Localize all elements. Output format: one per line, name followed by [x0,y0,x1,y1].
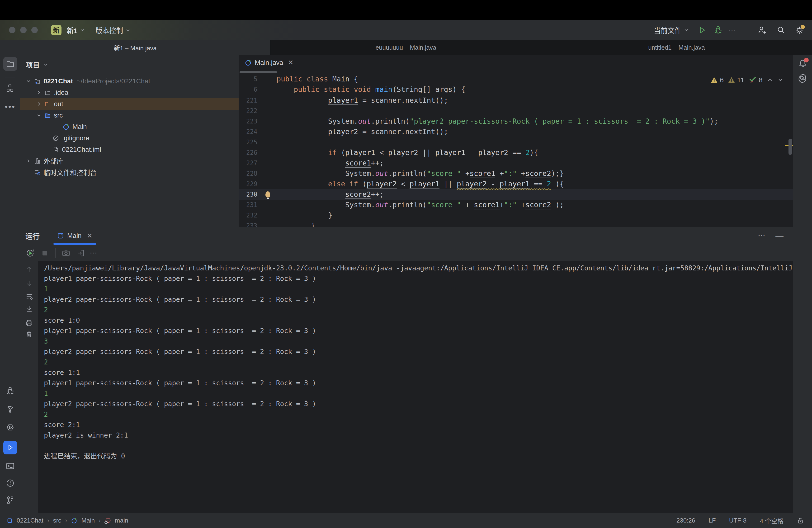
code-line-222[interactable]: 222 [238,106,793,116]
code-line-233[interactable]: 233 } [238,221,793,227]
structure-icon[interactable] [6,84,15,92]
maximize-window-button[interactable] [31,27,38,33]
more-actions-icon[interactable]: ⋮ [730,27,735,34]
indent-style[interactable]: 4 个空格 [760,516,783,525]
inspections-widget[interactable]: 6 11 8 [711,76,783,84]
toolbar-more-icon[interactable]: ⋮ [91,250,96,256]
code-line-232[interactable]: 232 } [238,210,793,221]
line-number: 233 [238,221,261,227]
project-tree-row-0221Chat.iml[interactable]: 0221Chat.iml [20,144,238,155]
code-lines[interactable]: 221 player1 = scanner.nextInt();222223 S… [238,95,793,227]
line-separator[interactable]: LF [709,517,715,524]
run-config-selector[interactable]: 当前文件 [654,25,689,35]
window-tab[interactable]: untitled1 – Main.java [541,40,812,55]
rerun-icon[interactable] [26,249,34,258]
project-tree-row-.idea[interactable]: .idea [20,87,238,98]
code-line-228[interactable]: 228 System.out.println("score " +score1 … [238,168,793,179]
editor-hscrollbar-thumb[interactable] [240,71,277,73]
chevron-down-icon[interactable] [35,113,43,118]
panel-options-icon[interactable]: ⋮ [759,232,764,239]
project-tree-row-0221Chat[interactable]: 0221Chat~/IdeaProjects/0221Chat [20,75,238,87]
intention-bulb-gutter[interactable] [261,189,274,200]
prev-problem-icon[interactable] [767,77,773,83]
code-line-225[interactable]: 225 [238,137,793,147]
breadcrumb-project[interactable]: 0221Chat [17,517,43,524]
project-tree-row-out[interactable]: out [20,98,238,110]
problems-icon[interactable] [6,479,15,488]
project-tree-row-.gitignore[interactable]: .gitignore [20,132,238,144]
minimize-panel-icon[interactable]: — [775,231,783,240]
close-tab-icon[interactable]: ✕ [288,59,293,67]
stop-icon[interactable] [41,249,49,258]
project-tree-row-临时文件和控制台[interactable]: 临时文件和控制台 [20,167,238,178]
window-tab[interactable]: 新1 – Main.java [0,40,271,55]
project-tool-button[interactable] [3,57,17,71]
thread-dump-camera-icon[interactable] [62,249,70,258]
project-tree-row-src[interactable]: src [20,110,238,121]
tree-item-label: 0221Chat.iml [62,146,101,153]
close-tab-icon[interactable]: ✕ [87,232,92,240]
code-line-5[interactable]: 5public class Main { [238,74,793,84]
services-icon[interactable] [6,424,15,432]
notifications-button[interactable] [798,59,808,68]
code-line-6[interactable]: 6 public static void main(String[] args)… [238,84,793,95]
line-number: 230 [238,189,261,200]
scroll-to-end-icon[interactable] [25,305,33,313]
restore-layout-icon[interactable] [76,249,85,258]
next-problem-icon[interactable] [777,77,783,83]
run-tool-button[interactable] [3,441,17,454]
add-user-icon[interactable] [757,26,766,35]
code-line-229[interactable]: 229 else if (player2 < player1 || player… [238,179,793,189]
code-line-230[interactable]: 230 score2++; [238,189,793,200]
more-tool-windows-icon[interactable]: ••• [5,102,15,111]
vcs-menu[interactable]: 版本控制 [96,25,131,35]
settings-button[interactable] [795,26,804,35]
minimize-window-button[interactable] [20,27,27,33]
project-tree-row-Main[interactable]: Main [20,121,238,132]
intention-bulb-icon[interactable] [265,191,270,197]
chevron-right-icon[interactable] [35,101,43,107]
file-encoding[interactable]: UTF-8 [729,517,747,524]
gutter-spacer [261,106,274,116]
project-tree-row-外部库[interactable]: 外部库 [20,155,238,167]
build-hammer-icon[interactable] [6,405,15,414]
code-line-223[interactable]: 223 System.out.println("player2 paper-sc… [238,116,793,127]
clear-trash-icon[interactable] [25,331,33,338]
chevron-right-icon[interactable] [25,158,32,164]
code-line-221[interactable]: 221 player1 = scanner.nextInt(); [238,95,793,106]
ai-assistant-icon[interactable] [798,74,808,83]
breadcrumb-class[interactable]: Main [82,517,95,524]
run-icon[interactable] [698,26,707,35]
unlock-icon[interactable] [797,517,804,524]
run-tab-main[interactable]: Main ✕ [55,227,95,245]
caret-position[interactable]: 230:26 [677,517,695,524]
terminal-icon[interactable] [6,461,15,471]
code-line-226[interactable]: 226 if (player1 < player2 || player1 - p… [238,147,793,158]
soft-wrap-icon[interactable] [25,293,33,300]
java-class-icon [71,517,78,524]
project-panel-header[interactable]: 项目 [20,55,238,69]
code-line-231[interactable]: 231 System.out.println("score " + score1… [238,200,793,210]
down-stacktrace-icon[interactable] [25,280,33,287]
debug-tool-icon[interactable] [6,386,15,396]
code-line-227[interactable]: 227 score1++; [238,158,793,168]
console-output[interactable]: /Users/panjiawei/Library/Java/JavaVirtua… [44,263,793,513]
search-icon[interactable] [777,26,785,35]
debug-icon[interactable] [714,26,723,35]
chevron-right-icon[interactable] [35,90,43,96]
window-tab[interactable]: euuuuuuu – Main.java [271,40,541,55]
breadcrumb-method[interactable]: main [115,517,128,524]
window-controls[interactable] [9,27,38,33]
gutter-spacer [261,84,274,95]
chevron-right-icon: › [47,517,49,524]
git-branch-icon[interactable] [6,496,15,505]
editor-vscrollbar-thumb[interactable] [788,138,792,155]
chevron-down-icon[interactable] [25,78,32,84]
project-menu[interactable]: 新1 [67,25,85,35]
breadcrumb-src[interactable]: src [53,517,61,524]
editor-tab-main-java[interactable]: Main.java ✕ [238,55,300,70]
close-window-button[interactable] [9,27,15,33]
code-line-224[interactable]: 224 player2 = scanner.nextInt(); [238,127,793,137]
print-icon[interactable] [25,319,33,327]
up-stacktrace-icon[interactable] [25,265,33,273]
